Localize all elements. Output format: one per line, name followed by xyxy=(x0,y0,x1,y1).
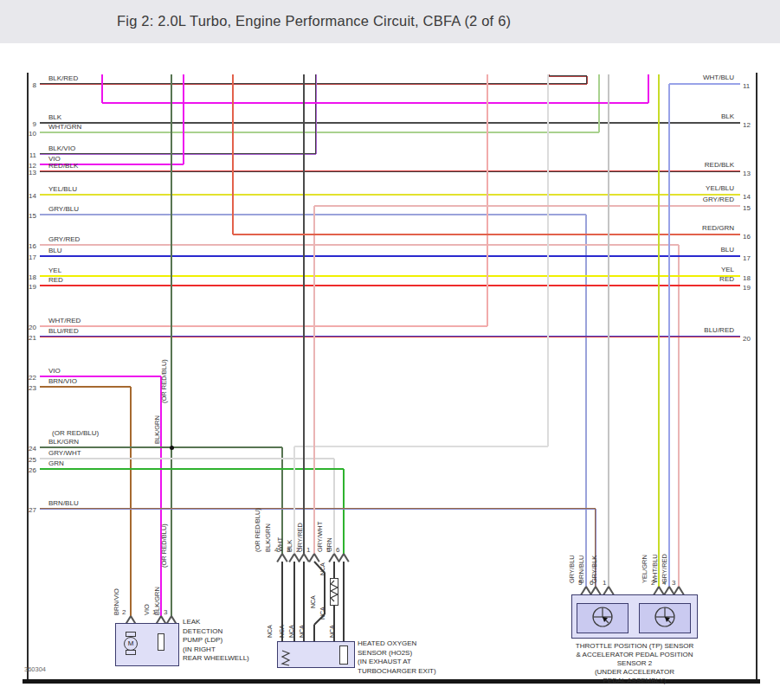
wiring-diagram-page: Fig 2: 2.0L Turbo, Engine Performance Ci… xyxy=(0,0,780,700)
heater-zigzag-icon xyxy=(282,651,289,665)
trim-resistor-zigzag-icon xyxy=(331,581,338,601)
potentiometer-icon xyxy=(593,607,612,626)
sensor-symbols-layer xyxy=(0,0,780,700)
potentiometer-icon xyxy=(655,607,674,626)
